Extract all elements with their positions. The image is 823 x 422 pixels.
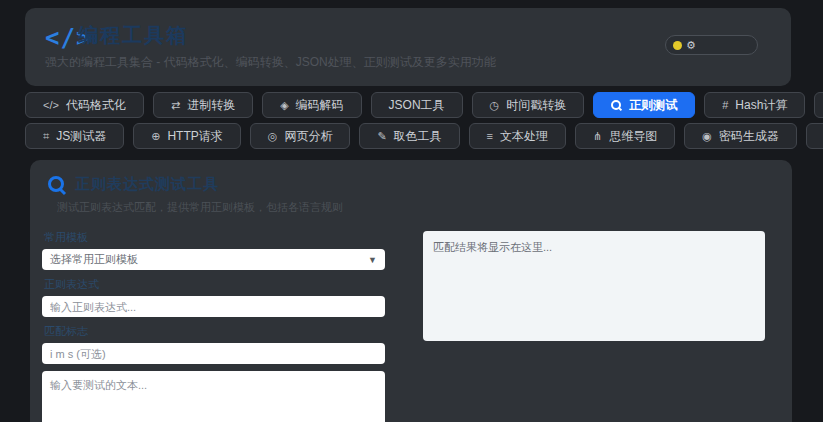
code-format-icon: </> — [43, 100, 59, 111]
toolbar-button-timestamp[interactable]: ◷时间戳转换 — [472, 92, 585, 118]
toolbar-button-js-tester[interactable]: ⌗JS测试器 — [25, 123, 124, 149]
toolbar-button-label: 取色工具 — [394, 128, 442, 145]
toolbar-row-2: ⌗JS测试器⊕HTTP请求◎网页分析✎取色工具≡文本处理⋔思维导图◉密码生成器≠… — [25, 123, 815, 149]
tool-title: 正则表达式测试工具 — [75, 175, 219, 194]
header: </> 编程工具箱 强大的编程工具集合 - 代码格式化、编码转换、JSON处理、… — [25, 8, 791, 86]
test-text-input[interactable] — [42, 371, 385, 422]
toolbar-button-label: HTTP请求 — [167, 128, 222, 145]
tool-subtitle: 测试正则表达式匹配，提供常用正则模板，包括各语言规则 — [57, 200, 792, 215]
password-gen-icon: ◉ — [702, 131, 712, 142]
flags-input[interactable] — [42, 343, 385, 364]
base-convert-icon: ⇄ — [171, 100, 180, 111]
regex-test-icon — [611, 100, 622, 111]
toolbar-row-1: </>代码格式化⇄进制转换◈编码解码JSON工具◷时间戳转换正则测试#Hash计… — [25, 92, 815, 118]
toolbar-button-label: 网页分析 — [284, 128, 332, 145]
timestamp-icon: ◷ — [490, 100, 500, 111]
toolbar-button-label: 进制转换 — [187, 97, 235, 114]
app-title: 编程工具箱 — [78, 22, 188, 49]
template-select[interactable]: 选择常用正则模板 ▼ — [42, 249, 385, 270]
regex-input[interactable] — [42, 296, 385, 317]
toolbar: </>代码格式化⇄进制转换◈编码解码JSON工具◷时间戳转换正则测试#Hash计… — [25, 92, 815, 154]
result-placeholder-text: 匹配结果将显示在这里... — [433, 241, 552, 253]
mindmap-icon: ⋔ — [593, 131, 602, 142]
encode-decode-icon: ◈ — [280, 100, 288, 111]
toolbar-button-label: JSON工具 — [389, 97, 445, 114]
toolbar-button-encode-decode[interactable]: ◈编码解码 — [262, 92, 361, 118]
toolbar-button-text-process[interactable]: ≡文本处理 — [469, 123, 566, 149]
toolbar-button-label: JS测试器 — [56, 128, 106, 145]
toolbar-button-hash-calc[interactable]: #Hash计算 — [704, 92, 805, 118]
template-select-value: 选择常用正则模板 — [50, 252, 138, 267]
regex-tool-panel: 正则表达式测试工具 测试正则表达式匹配，提供常用正则模板，包括各语言规则 常用模… — [30, 160, 792, 422]
toolbar-button-label: 文本处理 — [500, 128, 548, 145]
app-subtitle: 强大的编程工具集合 - 代码格式化、编码转换、JSON处理、正则测试及更多实用功… — [45, 54, 496, 71]
flags-label: 匹配标志 — [44, 324, 385, 339]
text-process-icon: ≡ — [487, 131, 493, 142]
result-column: 匹配结果将显示在这里... — [423, 223, 765, 422]
toolbar-button-label: 时间戳转换 — [506, 97, 566, 114]
toolbar-button-label: 代码格式化 — [66, 97, 126, 114]
http-request-icon: ⊕ — [151, 131, 160, 142]
tool-header: 正则表达式测试工具 — [30, 160, 792, 194]
input-column: 常用模板 选择常用正则模板 ▼ 正则表达式 匹配标志 — [42, 223, 385, 422]
toolbar-button-web-analyze[interactable]: ◎网页分析 — [250, 123, 351, 149]
theme-toggle[interactable]: ⚙ — [665, 35, 758, 55]
toolbar-button-mindmap[interactable]: ⋔思维导图 — [575, 123, 675, 149]
web-analyze-icon: ◎ — [268, 131, 278, 142]
search-icon — [48, 176, 66, 194]
toolbar-button-qrcode-gen[interactable]: ▦二维码生成 — [814, 92, 823, 118]
toolbar-button-color-picker[interactable]: ✎取色工具 — [359, 123, 459, 149]
toolbar-button-code-format[interactable]: </>代码格式化 — [25, 92, 144, 118]
toolbar-button-base-convert[interactable]: ⇄进制转换 — [153, 92, 253, 118]
toolbar-button-file-diff[interactable]: ≠文件对比 — [806, 123, 823, 149]
gear-icon: ⚙ — [686, 40, 696, 51]
template-label: 常用模板 — [44, 230, 385, 245]
result-box: 匹配结果将显示在这里... — [423, 231, 765, 341]
toolbar-button-label: 正则测试 — [629, 97, 677, 114]
hash-calc-icon: # — [722, 100, 728, 111]
js-tester-icon: ⌗ — [43, 131, 49, 142]
color-picker-icon: ✎ — [377, 131, 386, 142]
toolbar-button-http-request[interactable]: ⊕HTTP请求 — [133, 123, 241, 149]
chevron-down-icon: ▼ — [368, 255, 377, 265]
toolbar-button-regex-test[interactable]: 正则测试 — [593, 92, 695, 118]
toolbar-button-label: 思维导图 — [609, 128, 657, 145]
toolbar-button-label: 密码生成器 — [719, 128, 779, 145]
theme-indicator-dot — [673, 41, 682, 50]
toolbar-button-password-gen[interactable]: ◉密码生成器 — [684, 123, 797, 149]
toolbar-button-json-tools[interactable]: JSON工具 — [371, 92, 463, 118]
regex-label: 正则表达式 — [44, 277, 385, 292]
toolbar-button-label: Hash计算 — [735, 97, 787, 114]
toolbar-button-label: 编码解码 — [296, 97, 344, 114]
tool-body: 常用模板 选择常用正则模板 ▼ 正则表达式 匹配标志 匹配结果将显示在这里... — [30, 215, 792, 422]
